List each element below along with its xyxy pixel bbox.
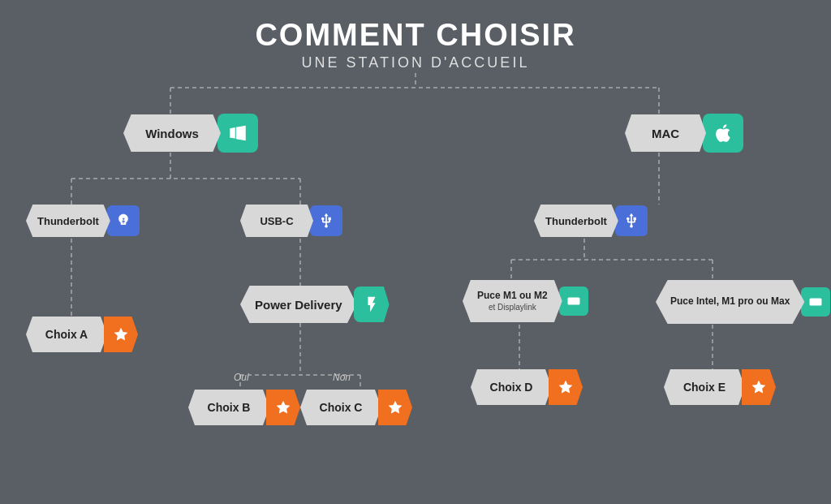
svg-rect-25 [810,299,822,306]
node-choix-b: Choix B [188,390,300,425]
node-windows: Windows [123,114,258,153]
svg-marker-21 [114,328,128,341]
node-choix-c: Choix C [300,390,412,425]
label-non: Non [333,372,351,383]
node-mac: MAC [625,114,743,153]
puce-m1-icon [559,286,588,316]
node-puce-m1: Puce M1 ou M2 et Displaylink [463,280,588,322]
usbc-icon [310,205,342,236]
usbc-label: USB-C [240,205,313,237]
mac-icon [703,114,743,153]
choix-e-label: Choix E [664,369,745,405]
power-delivery-label: Power Delivery [240,286,357,323]
choix-d-label: Choix D [471,369,552,405]
title-main: COMMENT CHOISIR [0,18,831,53]
thunderbolt-left-label: Thunderbolt [26,205,110,237]
svg-marker-22 [277,401,291,414]
choix-d-icon [549,369,583,405]
node-choix-e: Choix E [664,369,776,405]
choix-b-label: Choix B [188,390,269,425]
choix-c-label: Choix C [300,390,381,425]
node-choix-a: Choix A [26,317,138,352]
choix-a-icon [104,317,138,352]
label-oui: Oui [234,372,249,383]
connection-lines [0,0,831,504]
svg-marker-27 [752,381,766,394]
node-usbc: USB-C [240,205,342,237]
node-choix-d: Choix D [471,369,583,405]
choix-b-icon [266,390,300,425]
svg-marker-26 [559,381,573,394]
power-delivery-icon [354,286,390,322]
node-power-delivery: Power Delivery [240,286,390,323]
choix-c-icon [378,390,412,425]
thunderbolt-right-icon [615,205,648,236]
node-thunderbolt-right: Thunderbolt [534,205,648,237]
puce-intel-label: Puce Intel, M1 pro ou Max [656,280,804,324]
title-sub: UNE STATION D'ACCUEIL [0,54,831,71]
thunderbolt-right-label: Thunderbolt [534,205,618,237]
choix-a-label: Choix A [26,317,107,352]
node-thunderbolt-left: Thunderbolt [26,205,140,237]
svg-rect-24 [567,298,579,305]
puce-m1-label: Puce M1 ou M2 et Displaylink [463,280,562,322]
windows-icon [217,114,258,153]
mac-label: MAC [625,114,706,152]
thunderbolt-left-icon [107,205,140,236]
svg-marker-23 [389,401,403,414]
title-block: COMMENT CHOISIR UNE STATION D'ACCUEIL [0,0,831,71]
choix-e-icon [742,369,776,405]
windows-label: Windows [123,114,221,152]
diagram: COMMENT CHOISIR UNE STATION D'ACCUEIL [0,0,831,504]
puce-intel-icon [801,287,830,317]
node-puce-intel: Puce Intel, M1 pro ou Max [656,280,830,324]
